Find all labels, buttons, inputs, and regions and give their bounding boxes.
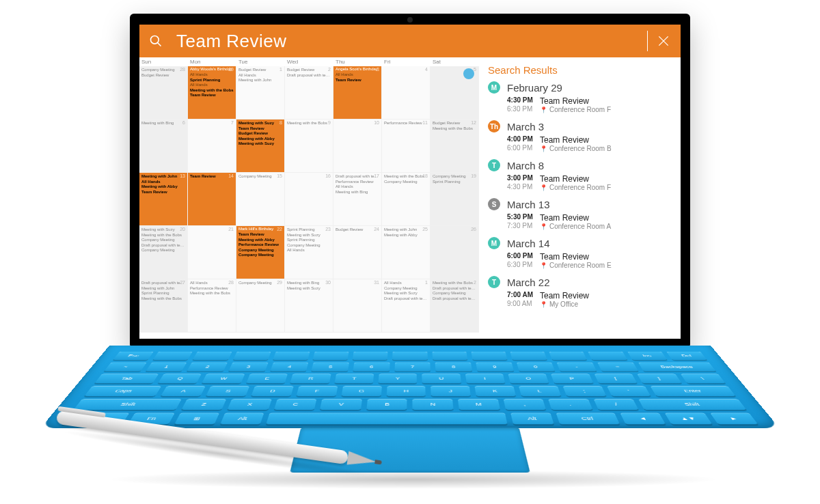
calendar-event[interactable]: Meeting with Suzy — [238, 121, 282, 126]
calendar-event[interactable]: Meeting with the Bobs — [287, 121, 331, 126]
calendar-event[interactable]: Meeting with Suzy — [384, 291, 428, 296]
calendar-event[interactable]: Team Review — [336, 78, 379, 83]
calendar-cell[interactable]: 28Company MeetingBudget Review — [139, 66, 188, 120]
search-result-item[interactable]: 6:00 PM6:30 PMTeam Review📍Conference Roo… — [488, 251, 672, 272]
calendar-event[interactable]: Company Meeting — [384, 286, 428, 292]
calendar-cell[interactable]: 11Performance Review — [382, 120, 430, 173]
calendar-event[interactable]: Performance Review — [238, 242, 282, 248]
calendar-event[interactable]: Company Meeting — [141, 238, 185, 243]
calendar-event[interactable]: Company Meeting — [433, 291, 476, 296]
calendar-cell[interactable]: 14Team Review — [188, 173, 236, 226]
calendar-cell[interactable]: 28All HandsPerformance ReviewMeeting wit… — [188, 279, 236, 333]
calendar-event[interactable]: All Hands — [384, 281, 428, 286]
calendar-event[interactable]: Draft proposal with team — [287, 73, 331, 79]
calendar-event[interactable]: Company Meeting — [238, 253, 282, 258]
calendar-event[interactable]: Team Review — [190, 174, 234, 180]
calendar-event[interactable]: Meeting with Abby — [141, 184, 185, 190]
calendar-event[interactable]: Sprint Planning — [287, 227, 331, 233]
calendar-event[interactable]: Meeting with Abby — [238, 238, 282, 243]
calendar-cell[interactable]: Angela Scott's Birthday3All HandsTeam Re… — [333, 66, 382, 120]
calendar-event[interactable]: Meeting with the Bobs — [433, 281, 476, 286]
calendar-event[interactable]: Company Meeting — [141, 248, 185, 253]
calendar-event[interactable]: Meeting with John — [238, 78, 282, 83]
calendar-event[interactable]: Company Meeting — [238, 281, 282, 286]
calendar-cell[interactable]: 13Meeting with JohnAll HandsMeeting with… — [139, 173, 188, 226]
calendar-cell[interactable]: 1Budget ReviewAll HandsMeeting with John — [236, 66, 285, 120]
calendar-cell[interactable]: 4 — [382, 66, 430, 120]
calendar-event[interactable]: Meeting with the Bobs — [384, 174, 428, 180]
calendar-event[interactable]: Sprint Planning — [190, 78, 234, 83]
calendar-event[interactable]: Meeting with Abby — [238, 137, 282, 142]
calendar-event[interactable]: All Hands — [336, 72, 379, 78]
search-result-item[interactable]: 7:00 AM9:00 AMTeam Review📍My Office — [488, 290, 672, 311]
calendar-event[interactable]: All Hands — [190, 281, 234, 286]
calendar-event[interactable]: Meeting with Suzy — [141, 227, 185, 233]
calendar-event[interactable]: Team Review — [238, 232, 282, 238]
search-result-item[interactable]: 3:00 PM4:30 PMTeam Review📍Conference Roo… — [488, 173, 672, 194]
calendar-event[interactable]: Company Meeting — [433, 174, 476, 180]
calendar-event[interactable]: Budget Review — [433, 121, 476, 126]
close-search-button[interactable] — [656, 33, 671, 48]
calendar-cell[interactable]: 24Budget Review — [333, 226, 382, 279]
calendar-cell[interactable]: 30Meeting with BingMeeting with Suzy — [285, 279, 333, 333]
calendar-event[interactable]: Sprint Planning — [433, 180, 476, 185]
calendar-cell[interactable]: 16 — [285, 173, 333, 226]
calendar-event[interactable]: All Hands — [238, 73, 282, 79]
calendar-event[interactable]: Budget Review — [287, 68, 331, 73]
calendar-event[interactable]: Meeting with John — [384, 227, 428, 233]
calendar-event[interactable]: Performance Review — [190, 286, 234, 292]
calendar-cell[interactable]: 12Budget ReviewMeeting with the Bobs — [430, 120, 479, 173]
calendar-event[interactable]: Draft proposal with team — [336, 174, 379, 180]
calendar-event[interactable]: Meeting with the Bobs — [190, 88, 234, 94]
calendar-cell[interactable]: 7 — [188, 120, 236, 173]
calendar-cell[interactable]: 2Meeting with the BobsDraft proposal wit… — [430, 279, 479, 333]
calendar-event[interactable]: Meeting with John — [141, 174, 185, 180]
calendar-event[interactable]: Draft proposal with team — [433, 296, 476, 302]
calendar-cell[interactable]: 26 — [430, 226, 479, 279]
calendar-event[interactable]: Company Meeting — [238, 248, 282, 253]
calendar-event[interactable]: All Hands — [336, 184, 379, 190]
calendar-event[interactable]: Meeting with Bing — [141, 121, 185, 126]
calendar-event[interactable]: Draft proposal with team — [141, 281, 185, 286]
calendar-cell[interactable]: 1All HandsCompany MeetingMeeting with Su… — [382, 279, 430, 333]
calendar-event[interactable]: All Hands — [141, 180, 185, 185]
calendar-event[interactable]: Performance Review — [336, 180, 379, 185]
calendar-event[interactable]: Team Review — [190, 93, 234, 98]
calendar-event[interactable]: Performance Review — [384, 121, 428, 126]
calendar-event[interactable]: Meeting with Bing — [287, 281, 331, 286]
calendar-cell[interactable]: 8Meeting with SuzyTeam ReviewBudget Revi… — [236, 120, 285, 173]
search-result-item[interactable]: 4:30 PM6:30 PMTeam Review📍Conference Roo… — [488, 95, 672, 116]
calendar-cell[interactable]: 17Draft proposal with teamPerformance Re… — [333, 173, 382, 226]
calendar-event[interactable]: Sprint Planning — [141, 291, 185, 296]
calendar-event[interactable]: Meeting with the Bobs — [141, 233, 185, 238]
calendar-event[interactable]: Company Meeting — [287, 243, 331, 249]
calendar-event[interactable]: Budget Review — [238, 68, 282, 73]
calendar-cell[interactable]: Mark Hill's Birthday22Team ReviewMeeting… — [236, 226, 285, 279]
calendar-cell[interactable]: 19Company MeetingSprint Planning — [430, 173, 479, 226]
calendar-cell[interactable]: 6Meeting with Bing — [139, 120, 188, 173]
calendar-cell[interactable]: 25Meeting with JohnMeeting with Abby — [382, 226, 430, 279]
search-result-item[interactable]: 4:00 PM6:00 PMTeam Review📍Conference Roo… — [488, 134, 672, 155]
calendar-event[interactable]: Meeting with the Bobs — [190, 291, 234, 296]
calendar-event[interactable]: Draft proposal with team — [433, 286, 476, 292]
calendar-cell[interactable]: 18Meeting with the BobsCompany Meeting — [382, 173, 430, 226]
calendar-event[interactable]: Meeting with Bing — [336, 190, 379, 195]
calendar-event[interactable]: Meeting with Abby — [384, 233, 428, 238]
calendar-cell[interactable]: 5 — [430, 66, 479, 120]
calendar-month-view[interactable]: SunMonTueWedThuFriSat 28Company MeetingB… — [139, 57, 479, 339]
calendar-cell[interactable]: 9Meeting with the Bobs — [285, 120, 333, 173]
calendar-event[interactable]: Budget Review — [238, 131, 282, 137]
calendar-event[interactable]: All Hands — [190, 83, 234, 88]
calendar-event[interactable]: All Hands — [287, 248, 331, 253]
calendar-event[interactable]: Company Meeting — [384, 180, 428, 185]
calendar-cell[interactable]: 15Company Meeting — [236, 173, 285, 226]
calendar-cell[interactable]: 23Sprint PlanningMeeting with SuzySprint… — [285, 226, 333, 279]
calendar-event[interactable]: Company Meeting — [141, 68, 185, 73]
calendar-cell[interactable]: 20Meeting with SuzyMeeting with the Bobs… — [139, 226, 188, 279]
calendar-cell[interactable]: 31 — [333, 279, 382, 333]
calendar-event[interactable]: Meeting with the Bobs — [433, 126, 476, 132]
calendar-event[interactable]: Team Review — [238, 126, 282, 132]
calendar-event[interactable]: Draft proposal with team — [141, 243, 185, 249]
search-result-item[interactable]: 5:30 PM7:30 PMTeam Review📍Conference Roo… — [488, 212, 672, 233]
calendar-event[interactable]: Meeting with Suzy — [287, 286, 331, 292]
